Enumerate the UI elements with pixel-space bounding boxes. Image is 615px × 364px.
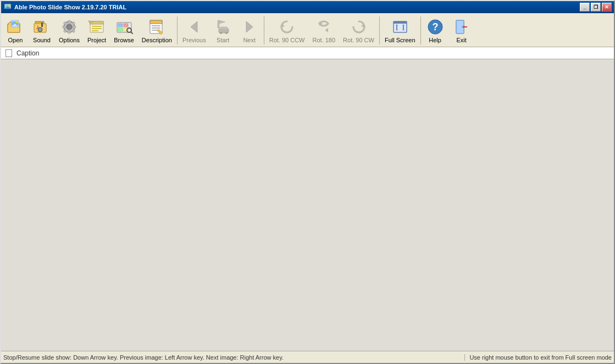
rot-cw-button[interactable]: Rot. 90 CW [339, 14, 378, 47]
svg-point-45 [220, 32, 222, 34]
open-icon [7, 18, 24, 36]
svg-marker-42 [219, 20, 225, 24]
svg-point-9 [39, 29, 41, 31]
svg-rect-25 [92, 28, 102, 29]
separator-4 [420, 16, 421, 44]
browse-icon [115, 18, 133, 36]
description-icon [148, 18, 165, 36]
progress-indicator [5, 49, 12, 57]
restore-button[interactable]: ❐ [591, 3, 601, 12]
start-label: Start [217, 37, 229, 43]
svg-marker-48 [281, 24, 285, 28]
svg-marker-51 [361, 24, 364, 28]
svg-rect-15 [68, 31, 70, 33]
exit-label: Exit [456, 37, 466, 43]
toolbar: Open ♪ Sound [1, 13, 614, 47]
svg-rect-26 [92, 30, 98, 31]
caption-bar: Caption [1, 47, 614, 59]
window-title: Able Photo Slide Show 2.19.7.20 TRIAL [14, 4, 580, 10]
rot-cw-label: Rot. 90 CW [343, 37, 374, 43]
rot-ccw-button[interactable]: Rot. 90 CCW [265, 14, 309, 47]
svg-rect-16 [63, 26, 65, 28]
options-label: Options [59, 37, 80, 43]
svg-rect-35 [150, 20, 162, 24]
svg-rect-28 [118, 24, 123, 27]
svg-rect-10 [41, 23, 43, 27]
svg-point-6 [16, 21, 18, 23]
options-button[interactable]: Options [55, 14, 84, 47]
start-icon [214, 18, 232, 36]
project-button[interactable]: Project [84, 14, 110, 47]
svg-marker-40 [191, 21, 197, 32]
svg-rect-53 [394, 21, 407, 24]
separator-3 [379, 16, 380, 44]
previous-icon [185, 18, 203, 36]
next-label: Next [243, 37, 256, 43]
fullscreen-label: Full Screen [385, 37, 415, 43]
svg-text:?: ? [432, 21, 438, 32]
description-button[interactable]: Description [138, 14, 176, 47]
svg-point-66 [462, 26, 463, 27]
close-button[interactable]: ✕ [602, 3, 612, 12]
project-icon [88, 18, 106, 36]
caption-text: Caption [16, 49, 39, 57]
svg-point-13 [67, 24, 72, 30]
options-icon [60, 18, 78, 36]
svg-point-46 [225, 32, 228, 34]
next-icon [241, 18, 258, 36]
status-right-text: Use right mouse button to exit from Full… [465, 354, 612, 361]
svg-rect-30 [118, 28, 123, 31]
browse-button[interactable]: Browse [110, 14, 138, 47]
rot-180-button[interactable]: Rot. 180 [308, 14, 339, 47]
open-button[interactable]: Open [2, 14, 29, 47]
rot-180-label: Rot. 180 [312, 37, 335, 43]
svg-marker-50 [325, 28, 328, 32]
project-label: Project [87, 37, 106, 43]
svg-rect-29 [124, 24, 128, 27]
rot-ccw-icon [278, 18, 296, 36]
separator-2 [264, 16, 264, 44]
svg-text:♪: ♪ [36, 23, 39, 31]
description-label: Description [142, 37, 172, 43]
main-display-area [1, 59, 614, 351]
fullscreen-icon [391, 18, 409, 36]
start-button[interactable]: Start [210, 14, 236, 47]
help-button[interactable]: ? Help [422, 14, 448, 47]
svg-rect-41 [218, 20, 219, 28]
open-label: Open [8, 37, 23, 43]
fullscreen-button[interactable]: Full Screen [381, 14, 419, 47]
rot-ccw-label: Rot. 90 CCW [269, 37, 305, 43]
svg-marker-47 [246, 21, 253, 32]
title-bar: Able Photo Slide Show 2.19.7.20 TRIAL _ … [1, 1, 614, 13]
browse-label: Browse [114, 37, 134, 43]
svg-point-2 [8, 4, 10, 7]
svg-rect-14 [68, 20, 70, 23]
separator-1 [177, 16, 178, 44]
main-window: Able Photo Slide Show 2.19.7.20 TRIAL _ … [0, 0, 615, 364]
sound-icon: ♪ [33, 18, 51, 36]
next-button[interactable]: Next [236, 14, 263, 47]
status-bar: Stop/Resume slide show: Down Arrow key. … [1, 351, 614, 363]
svg-line-33 [131, 32, 132, 33]
app-icon [3, 3, 12, 12]
rot-180-icon [315, 18, 333, 36]
svg-rect-44 [220, 27, 228, 30]
sound-button[interactable]: ♪ Sound [29, 14, 55, 47]
minimize-button[interactable]: _ [580, 3, 590, 12]
rot-cw-icon [350, 18, 368, 36]
svg-rect-24 [92, 26, 102, 27]
status-left-text: Stop/Resume slide show: Down Arrow key. … [3, 354, 465, 361]
sound-label: Sound [33, 37, 51, 43]
exit-button[interactable]: Exit [448, 14, 475, 47]
exit-icon [453, 18, 470, 36]
help-icon: ? [426, 18, 444, 36]
help-label: Help [429, 37, 441, 43]
previous-label: Previous [182, 37, 206, 43]
title-bar-buttons: _ ❐ ✕ [580, 3, 612, 12]
previous-button[interactable]: Previous [179, 14, 210, 47]
svg-rect-17 [73, 26, 76, 28]
